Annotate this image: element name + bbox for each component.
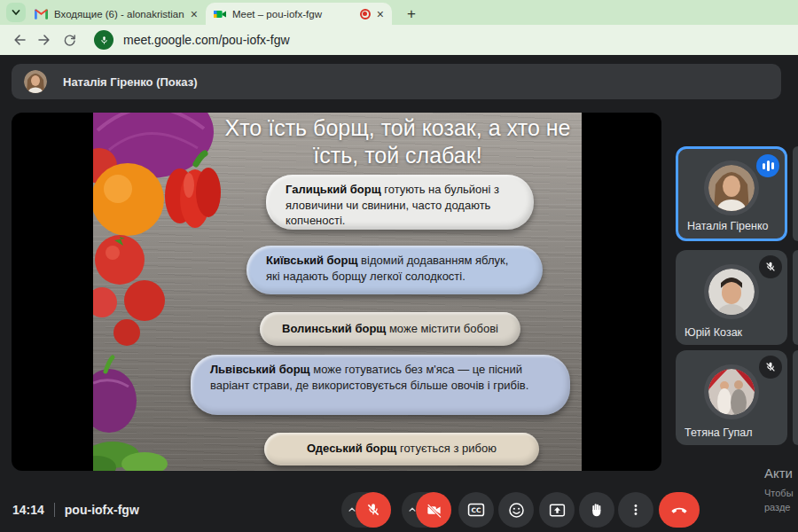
end-call-button[interactable] (659, 492, 700, 528)
offscreen-tile-sliver (793, 250, 798, 345)
tab-title: Входящие (6) - alonakristian2@ (54, 9, 184, 20)
meet-icon (214, 9, 226, 20)
mic-muted-icon (759, 255, 782, 278)
clock-time: 14:14 (12, 503, 44, 517)
textbox-rest: може містити бобові (386, 322, 498, 335)
textbox-lead: Волинський борщ (282, 322, 386, 335)
close-icon[interactable]: × (191, 8, 198, 20)
captions-button[interactable]: CC (458, 492, 494, 528)
participant-name: Юрій Козак (685, 326, 742, 339)
back-button[interactable] (7, 27, 32, 52)
camera-off-button[interactable] (416, 492, 451, 528)
captions-icon: CC (466, 500, 486, 520)
divider (54, 503, 55, 517)
participant-name: Наталія Гіренко (687, 220, 768, 232)
presenter-avatar (24, 70, 47, 93)
avatar (704, 160, 759, 215)
mic-mute-button[interactable] (356, 492, 391, 528)
offscreen-tile-sliver (793, 350, 798, 445)
smiley-icon (507, 501, 526, 520)
overlay-text-line: разде (764, 500, 794, 514)
textbox-rest: готується з рибою (396, 442, 497, 455)
tab-mic-in-use-icon[interactable] (94, 30, 113, 50)
end-call-icon (669, 499, 690, 520)
raised-hand-icon (588, 501, 606, 519)
mic-muted-icon (759, 356, 782, 379)
slide-textbox: Волинський борщ може містити бобові (260, 312, 520, 346)
presentation-slide: Хто їсть борщ, той козак, а хто не їсть,… (93, 113, 582, 471)
overlay-text-line: Чтобы (764, 486, 794, 500)
textbox-lead: Київський борщ (266, 254, 357, 267)
slide-title: Хто їсть борщ, той козак, а хто не їсть,… (217, 114, 578, 168)
tab-list-chevron-button[interactable] (6, 3, 26, 22)
presenter-name: Наталія Гіренко (Показ) (63, 75, 197, 89)
back-arrow-icon (12, 32, 27, 48)
participant-name: Тетяна Гупал (685, 426, 753, 439)
overlay-text-line: Акти (764, 466, 794, 481)
textbox-lead: Одеський борщ (307, 442, 396, 455)
present-screen-icon (548, 501, 567, 520)
gmail-icon (35, 9, 48, 20)
reload-button[interactable] (57, 27, 82, 52)
avatar (704, 364, 759, 419)
mic-button-group[interactable] (341, 492, 391, 528)
call-controls: CC (341, 492, 700, 528)
participant-tile-yurii[interactable]: Юрій Козак (676, 250, 787, 345)
presenter-banner: Наталія Гіренко (Показ) (12, 64, 781, 99)
audio-activity-icon (756, 154, 779, 177)
chevron-down-icon (11, 7, 21, 18)
camera-off-icon (426, 502, 442, 519)
present-screen-button[interactable] (539, 492, 575, 528)
slide-textbox: Львівський борщ може готуватись без м'яс… (191, 355, 570, 415)
mic-off-icon (365, 502, 381, 518)
slide-textbox: Київський борщ відомий додаванням яблук,… (246, 246, 543, 294)
meeting-code: pou-iofx-fgw (65, 503, 139, 517)
close-icon[interactable]: × (377, 8, 384, 20)
recording-indicator-icon (360, 9, 371, 20)
browser-toolbar: meet.google.com/pou-iofx-fgw (0, 25, 798, 55)
clipped-overlay-text: Акти Чтобы разде (764, 466, 794, 514)
textbox-lead: Галицький борщ (286, 183, 381, 196)
slide-textbox: Галицький борщ готують на бульйоні з яло… (266, 175, 534, 230)
tab-title: Meet – pou-iofx-fgw (232, 9, 354, 20)
browser-window: Входящие (6) - alonakristian2@ × Meet – … (0, 0, 798, 532)
svg-text:CC: CC (472, 506, 481, 514)
tab-meet[interactable]: Meet – pou-iofx-fgw × (206, 3, 392, 25)
reload-icon (62, 33, 77, 48)
offscreen-tile-sliver (793, 146, 798, 241)
forward-arrow-icon (36, 32, 52, 48)
participant-tile-natalia[interactable]: Наталія Гіренко (676, 146, 787, 241)
avatar (704, 264, 759, 319)
url-address[interactable]: meet.google.com/pou-iofx-fgw (123, 33, 290, 47)
new-tab-button[interactable]: + (401, 4, 422, 25)
raise-hand-button[interactable] (579, 492, 614, 528)
reactions-button[interactable] (498, 492, 534, 528)
participant-tile-tetiana[interactable]: Тетяна Гупал (676, 350, 787, 445)
slide-textbox: Одеський борщ готується з рибою (264, 433, 539, 466)
meeting-info: 14:14 pou-iofx-fgw (12, 494, 139, 526)
more-options-button[interactable] (618, 492, 653, 528)
shared-screen-frame: Хто їсть борщ, той козак, а хто не їсть,… (12, 113, 661, 471)
forward-button[interactable] (32, 27, 57, 52)
textbox-lead: Львівський борщ (210, 363, 310, 376)
more-vert-icon (628, 502, 644, 518)
tab-strip: Входящие (6) - alonakristian2@ × Meet – … (0, 0, 798, 25)
camera-button-group[interactable] (402, 492, 451, 528)
tab-gmail[interactable]: Входящие (6) - alonakristian2@ × (27, 3, 206, 25)
